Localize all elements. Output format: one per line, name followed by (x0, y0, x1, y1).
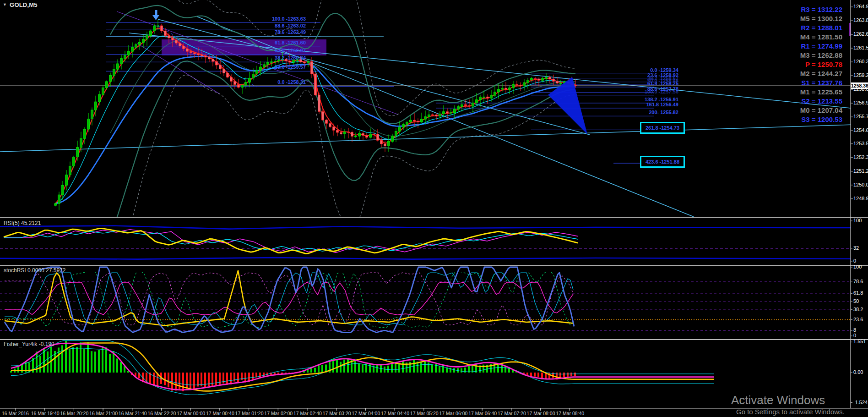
fisher-indicator-label: Fisher_Yur4ik -0.190 (4, 341, 54, 347)
symbol-timeframe-label[interactable]: ▼GOLD,M5 (3, 1, 38, 8)
stochrsi-indicator-label: stochRSI 0.0000 27.5972 (4, 267, 65, 274)
chart-dropdown-icon[interactable]: ▼ (3, 2, 7, 7)
chart-canvas[interactable] (0, 0, 868, 417)
mt4-gold-m5-chart-window: 1264.951263.801262.651261.501260.351259.… (0, 0, 868, 417)
symbol-text: GOLD,M5 (10, 1, 38, 8)
activate-windows-subtext: Go to Settings to activate Windows. (736, 408, 845, 416)
activate-windows-watermark: Activate Windows (731, 393, 825, 407)
current-price-box: 1258.36 (851, 82, 868, 89)
rsi-indicator-label: RSI(5) 45.2121 (4, 220, 41, 226)
